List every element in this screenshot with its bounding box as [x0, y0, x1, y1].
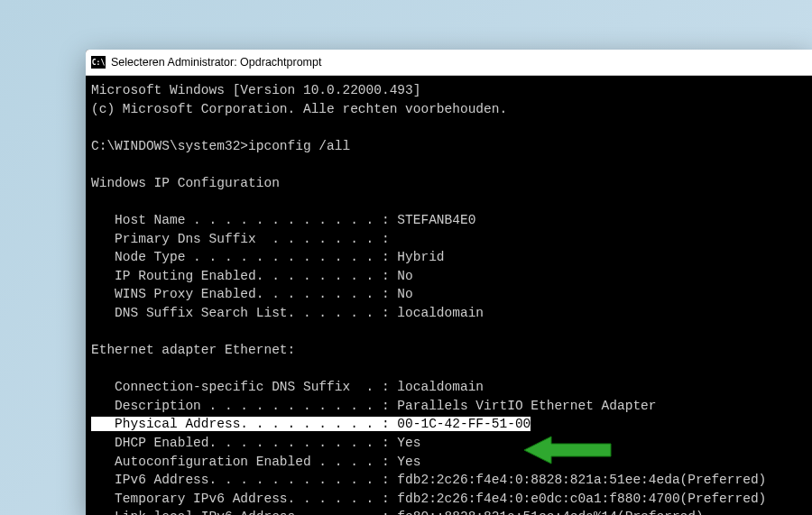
link-local-ipv6-value: fe80::8828:821a:51ee:4eda%14(Preferred) [397, 510, 703, 515]
cmd-icon: C:\ [91, 56, 106, 69]
svg-marker-0 [524, 437, 611, 464]
physical-address-row-highlighted: Physical Address. . . . . . . . . : 00-1… [91, 417, 531, 431]
dns-suffix-list-label: DNS Suffix Search List. . . . . . : [91, 306, 397, 320]
physical-address-value: 00-1C-42-FF-51-00 [397, 417, 531, 431]
window-title: Selecteren Administrator: Opdrachtprompt [111, 56, 321, 69]
wins-proxy-value: No [397, 287, 412, 301]
description-value: Parallels VirtIO Ethernet Adapter [397, 399, 656, 413]
description-label: Description . . . . . . . . . . . : [91, 399, 397, 413]
link-local-ipv6-label: Link-local IPv6 Address . . . . . : [91, 510, 397, 515]
temp-ipv6-value: fdb2:2c26:f4e4:0:e0dc:c0a1:f880:4700(Pre… [397, 492, 766, 506]
physical-address-label: Physical Address. . . . . . . . . : [91, 417, 397, 431]
node-type-label: Node Type . . . . . . . . . . . . : [91, 250, 397, 264]
temp-ipv6-label: Temporary IPv6 Address. . . . . . : [91, 492, 397, 506]
ipv6-address-label: IPv6 Address. . . . . . . . . . . : [91, 473, 397, 487]
conn-dns-suffix-value: localdomain [397, 380, 484, 394]
window-titlebar[interactable]: C:\ Selecteren Administrator: Opdrachtpr… [86, 50, 812, 76]
copyright-line: (c) Microsoft Corporation. Alle rechten … [91, 102, 507, 116]
ip-routing-label: IP Routing Enabled. . . . . . . . : [91, 269, 397, 283]
annotation-arrow-icon [524, 435, 614, 465]
terminal-output[interactable]: Microsoft Windows [Version 10.0.22000.49… [86, 76, 812, 515]
ip-routing-value: No [397, 269, 412, 283]
ipv6-address-value: fdb2:2c26:f4e4:0:8828:821a:51ee:4eda(Pre… [397, 473, 766, 487]
section-adapter-header: Ethernet adapter Ethernet: [91, 343, 295, 357]
conn-dns-suffix-label: Connection-specific DNS Suffix . : [91, 380, 397, 394]
host-name-value: STEFANB4E0 [397, 213, 475, 227]
section-ipconfig-header: Windows IP Configuration [91, 176, 280, 190]
wins-proxy-label: WINS Proxy Enabled. . . . . . . . : [91, 287, 397, 301]
host-name-label: Host Name . . . . . . . . . . . . : [91, 213, 397, 227]
prompt-path: C:\WINDOWS\system32> [91, 139, 248, 153]
command-prompt-window: C:\ Selecteren Administrator: Opdrachtpr… [86, 50, 812, 515]
primary-dns-suffix-label: Primary Dns Suffix . . . . . . . : [91, 232, 390, 246]
autoconfig-enabled-label: Autoconfiguration Enabled . . . . : [91, 455, 397, 469]
dhcp-enabled-label: DHCP Enabled. . . . . . . . . . . : [91, 436, 397, 450]
dhcp-enabled-value: Yes [397, 436, 420, 450]
node-type-value: Hybrid [397, 250, 444, 264]
dns-suffix-list-value: localdomain [397, 306, 484, 320]
os-version-line: Microsoft Windows [Version 10.0.22000.49… [91, 83, 420, 97]
autoconfig-enabled-value: Yes [397, 455, 420, 469]
entered-command: ipconfig /all [248, 139, 350, 153]
